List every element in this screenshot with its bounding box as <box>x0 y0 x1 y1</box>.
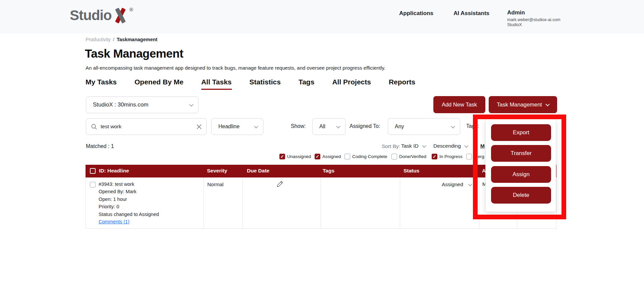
search-field-value: Headline <box>218 124 239 130</box>
task-priority: Priority: 0 <box>99 204 119 209</box>
task-management-label: Task Management <box>497 101 542 108</box>
tab-all-tasks[interactable]: All Tasks <box>201 78 232 90</box>
add-new-task-button[interactable]: Add New Task <box>433 96 485 113</box>
show-label: Show: <box>291 123 306 129</box>
transfer-button[interactable]: Transfer <box>491 145 551 162</box>
sort-by-label: Sort By: <box>382 143 400 149</box>
registered-mark: ® <box>129 7 133 12</box>
tab-statistics[interactable]: Statistics <box>250 78 281 90</box>
breadcrumb-current: Taskmanagement <box>117 37 157 42</box>
checkbox-label: In Progress <box>439 154 463 159</box>
task-severity: Normal <box>207 181 223 187</box>
user-menu[interactable]: Admin mark.weber@studiox-ai.com StudioX <box>507 9 594 27</box>
page-description: An all-encompassing task management app … <box>86 65 385 71</box>
checkbox-unchecked-icon <box>344 154 350 159</box>
column-id-headline: ID: Headline <box>99 168 129 174</box>
task-id-headline: #3943: test work <box>99 181 134 187</box>
edit-due-date-pencil-icon[interactable] <box>276 180 284 189</box>
show-select[interactable]: All <box>312 118 345 135</box>
column-severity: Severity <box>207 168 227 174</box>
chevron-down-icon <box>545 102 550 106</box>
tab-my-tasks[interactable]: My Tasks <box>86 78 117 90</box>
chevron-down-icon <box>451 124 455 128</box>
select-all-checkbox[interactable] <box>90 168 96 174</box>
tab-all-projects[interactable]: All Projects <box>332 78 371 90</box>
tab-bar: My Tasks Opened By Me All Tasks Statisti… <box>86 78 415 90</box>
comments-link[interactable]: Comments (1) <box>99 219 129 224</box>
chevron-down-icon <box>468 182 472 186</box>
task-open-duration: Open: 1 hour <box>99 197 127 202</box>
search-input[interactable] <box>101 124 193 130</box>
task-management-app: Studio® Applications AI Assistants Admin… <box>0 0 644 294</box>
sort-field-select[interactable]: Task ID <box>401 143 426 149</box>
sort-direction-value: Descending <box>433 143 461 149</box>
checkbox-label: Merg <box>474 154 484 159</box>
chevron-down-icon <box>464 143 469 148</box>
filter-checkbox-done-verified[interactable]: Done/Verified <box>391 154 426 159</box>
search-icon <box>91 124 97 130</box>
project-select-value: StudioX : 30mins.com <box>93 101 148 108</box>
checkbox-label: Done/Verified <box>399 154 426 159</box>
breadcrumb: Productivity/Taskmanagement <box>86 37 157 42</box>
search-box <box>86 118 207 135</box>
show-value: All <box>319 124 325 130</box>
checkbox-label: Coding Complete <box>352 154 387 159</box>
checkbox-unchecked-icon <box>466 154 472 159</box>
project-select[interactable]: StudioX : 30mins.com <box>86 96 199 113</box>
truncated-link[interactable]: M <box>480 143 485 149</box>
assigned-to-value: Any <box>395 124 404 130</box>
chevron-down-icon <box>336 124 340 128</box>
chevron-down-icon <box>254 124 258 128</box>
row-status-value: Assigned <box>442 181 463 188</box>
user-name: Admin <box>507 9 594 16</box>
tab-reports[interactable]: Reports <box>389 78 415 90</box>
assign-button[interactable]: Assign <box>491 166 551 183</box>
task-opened-by: Opened By: Mark <box>99 189 137 194</box>
filter-checkbox-coding-complete[interactable]: Coding Complete <box>344 154 387 159</box>
checkbox-unchecked-icon <box>391 154 397 159</box>
column-tags: Tags <box>323 168 334 174</box>
row-status-select[interactable]: Assigned <box>442 181 472 188</box>
user-email: mark.weber@studiox-ai.com <box>507 17 594 22</box>
filter-checkbox-assigned[interactable]: Assigned <box>315 154 341 159</box>
nav-ai-assistants[interactable]: AI Assistants <box>453 10 489 17</box>
assigned-to-select[interactable]: Any <box>388 118 460 135</box>
matched-count: Matched : 1 <box>86 143 114 149</box>
export-button[interactable]: Export <box>491 124 551 141</box>
delete-button[interactable]: Delete <box>491 187 551 204</box>
checkbox-label: Assigned <box>322 154 341 159</box>
checkbox-checked-icon <box>315 154 320 159</box>
sort-field-value: Task ID <box>401 143 419 149</box>
clear-search-icon[interactable] <box>197 124 202 129</box>
checkbox-label: Unassigned <box>287 154 311 159</box>
page-title: Task Management <box>85 47 183 60</box>
search-field-select[interactable]: Headline <box>211 118 263 135</box>
logo-text: Studio <box>70 7 112 23</box>
tags-label: Tags: <box>466 123 479 129</box>
sort-direction-select[interactable]: Descending <box>433 143 468 149</box>
filter-checkbox-unassigned[interactable]: Unassigned <box>279 154 311 159</box>
filter-checkbox-in-progress[interactable]: In Progress <box>432 154 463 159</box>
chevron-down-icon <box>422 143 426 148</box>
filter-checkbox-merged[interactable]: Merg <box>466 154 484 159</box>
column-status: Status <box>404 168 419 174</box>
task-management-dropdown-menu: Export Transfer Assign Delete <box>485 119 556 212</box>
chevron-down-icon <box>189 102 194 106</box>
checkbox-checked-icon <box>279 154 285 159</box>
tab-tags[interactable]: Tags <box>299 78 314 90</box>
checkbox-checked-icon <box>432 154 437 159</box>
tab-opened-by-me[interactable]: Opened By Me <box>135 78 183 90</box>
assigned-to-label: Assigned To: <box>350 123 380 129</box>
breadcrumb-separator: / <box>113 37 114 42</box>
task-status-note: Status changed to Assigned <box>99 212 159 217</box>
nav-applications[interactable]: Applications <box>399 10 433 17</box>
task-management-menu-button[interactable]: Task Management <box>489 96 557 113</box>
logo-x-icon <box>112 7 128 23</box>
breadcrumb-parent[interactable]: Productivity <box>86 37 111 42</box>
studiox-logo[interactable]: Studio® <box>70 7 133 23</box>
row-checkbox[interactable] <box>90 182 96 188</box>
column-due-date: Due Date <box>247 168 269 174</box>
user-org: StudioX <box>507 22 594 27</box>
